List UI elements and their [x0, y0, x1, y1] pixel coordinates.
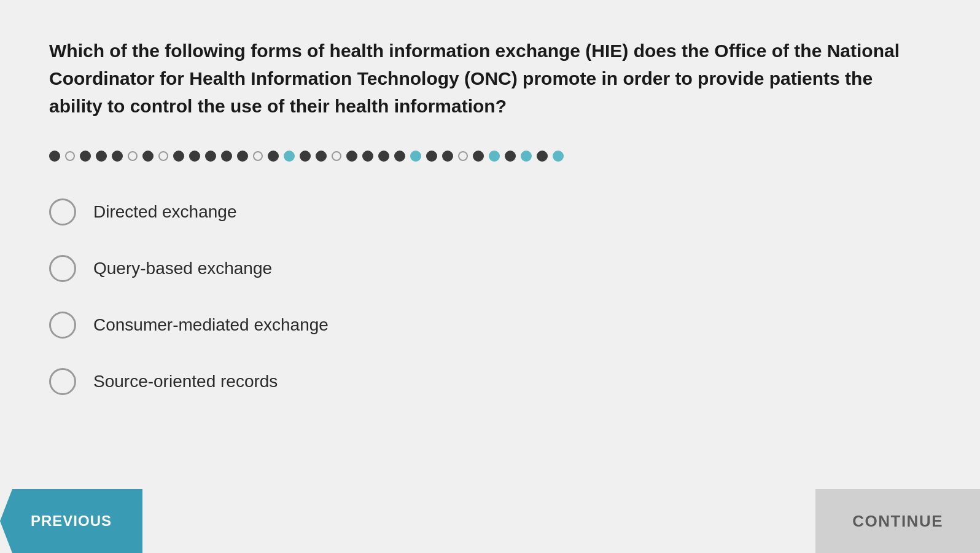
dot-2 — [65, 151, 75, 161]
dot-26 — [442, 151, 453, 162]
dot-31 — [521, 151, 532, 162]
dot-14 — [253, 151, 263, 161]
dot-17 — [300, 151, 311, 162]
option-4-label: Source-oriented records — [93, 372, 278, 391]
previous-button[interactable]: PREVIOUS — [0, 489, 142, 553]
progress-dots — [49, 144, 931, 168]
dot-20 — [346, 151, 357, 162]
spacer — [142, 489, 815, 553]
dot-21 — [362, 151, 373, 162]
dot-19 — [332, 151, 341, 161]
dot-5 — [112, 151, 123, 162]
option-2-label: Query-based exchange — [93, 259, 272, 278]
radio-3[interactable] — [49, 312, 76, 339]
page-container: Which of the following forms of health i… — [0, 0, 980, 553]
radio-2[interactable] — [49, 255, 76, 282]
option-3[interactable]: Consumer-mediated exchange — [49, 312, 931, 339]
dot-32 — [537, 151, 548, 162]
dot-33 — [553, 151, 564, 162]
dot-25 — [426, 151, 437, 162]
dot-7 — [142, 151, 154, 162]
continue-button[interactable]: CONTINUE — [815, 489, 980, 553]
dot-27 — [458, 151, 468, 161]
radio-4[interactable] — [49, 368, 76, 395]
dot-8 — [158, 151, 168, 161]
dot-9 — [173, 151, 184, 162]
option-1-label: Directed exchange — [93, 202, 236, 222]
dot-3 — [80, 151, 91, 162]
dot-1 — [49, 151, 60, 162]
dot-12 — [221, 151, 232, 162]
dot-16 — [284, 151, 295, 162]
dot-11 — [205, 151, 216, 162]
radio-1[interactable] — [49, 198, 76, 226]
dot-29 — [489, 151, 500, 162]
question-text: Which of the following forms of health i… — [49, 37, 931, 120]
dot-6 — [128, 151, 138, 161]
dot-18 — [316, 151, 327, 162]
dot-13 — [237, 151, 248, 162]
dot-22 — [378, 151, 389, 162]
dot-15 — [268, 151, 279, 162]
option-4[interactable]: Source-oriented records — [49, 368, 931, 395]
dot-4 — [96, 151, 107, 162]
option-3-label: Consumer-mediated exchange — [93, 315, 329, 335]
bottom-bar: PREVIOUS CONTINUE — [0, 489, 980, 553]
options-container: Directed exchange Query-based exchange C… — [49, 198, 931, 395]
dot-30 — [505, 151, 516, 162]
dot-10 — [189, 151, 200, 162]
option-2[interactable]: Query-based exchange — [49, 255, 931, 282]
dot-28 — [473, 151, 484, 162]
dot-23 — [394, 151, 405, 162]
option-1[interactable]: Directed exchange — [49, 198, 931, 226]
dot-24 — [410, 151, 421, 162]
